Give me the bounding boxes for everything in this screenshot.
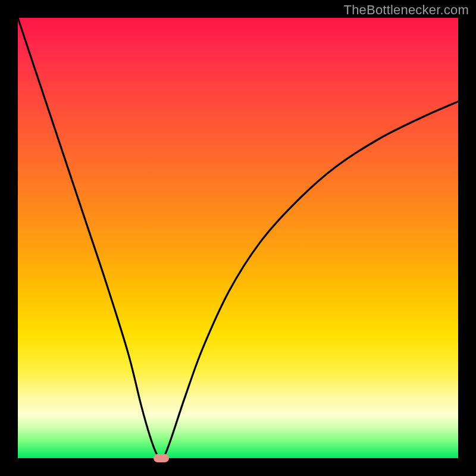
curve-svg [18,18,458,458]
chart-frame: TheBottlenecker.com [0,0,476,476]
bottleneck-curve-path [18,18,458,458]
attribution-label: TheBottlenecker.com [344,2,469,18]
plot-area [18,18,458,458]
minimum-marker [154,454,169,462]
